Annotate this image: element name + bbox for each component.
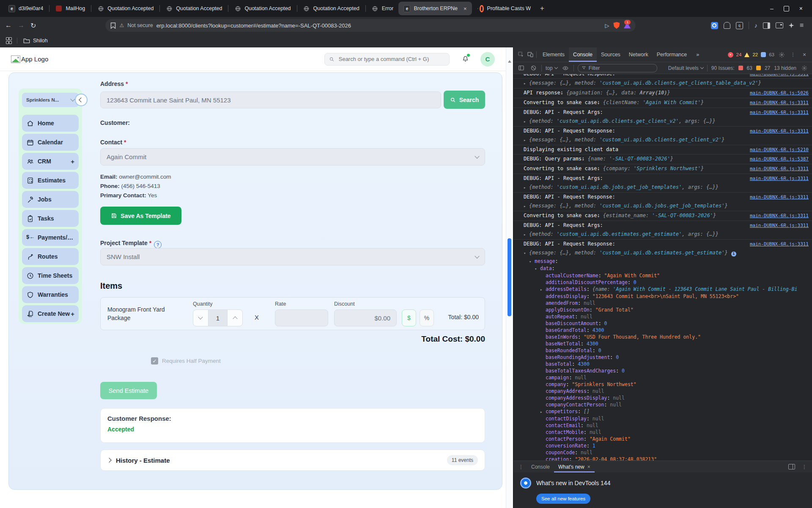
devtools-tab-network[interactable]: Network bbox=[625, 47, 653, 62]
console-filter[interactable]: Filter bbox=[578, 64, 657, 72]
command-search[interactable] bbox=[324, 53, 450, 66]
source-link[interactable]: main-DUBNX-6R.js:3311 bbox=[750, 109, 809, 116]
quantity-decrease-button[interactable] bbox=[193, 310, 208, 326]
expand-triangle-icon[interactable]: ▸ bbox=[524, 137, 529, 144]
search-input[interactable] bbox=[338, 55, 445, 63]
new-tab-button[interactable]: + bbox=[540, 4, 544, 13]
eye-icon[interactable] bbox=[561, 64, 570, 72]
warning-count[interactable]: 22 bbox=[752, 52, 758, 57]
wallet-icon[interactable] bbox=[776, 22, 783, 28]
avatar[interactable]: C bbox=[480, 52, 495, 66]
add-icon[interactable]: + bbox=[71, 310, 74, 318]
scrollbar-thumb[interactable] bbox=[508, 238, 511, 316]
source-link[interactable]: main-DUBNX-6R.js:3311 bbox=[750, 212, 809, 219]
drawer-handle-icon[interactable]: ⋮ bbox=[517, 463, 525, 471]
expand-triangle-icon[interactable]: ▸ bbox=[524, 118, 529, 125]
dock-side-icon[interactable] bbox=[788, 464, 795, 469]
context-selector[interactable]: top bbox=[546, 65, 557, 71]
expand-triangle-icon[interactable]: ▸ bbox=[540, 409, 546, 415]
expand-triangle-icon[interactable]: ▸ bbox=[598, 99, 603, 107]
media-icon[interactable]: ♪ bbox=[754, 22, 757, 29]
source-link[interactable]: main-DUBNX-6R.js:3311 bbox=[750, 240, 809, 248]
device-toolbar-icon[interactable] bbox=[526, 50, 535, 59]
browser-tab[interactable]: Quotation Accepted × bbox=[92, 2, 159, 15]
project-template-select[interactable]: SNW Install bbox=[100, 248, 485, 265]
inspect-element-icon[interactable] bbox=[517, 50, 525, 59]
sidebar-item-crm[interactable]: CRM + bbox=[22, 153, 79, 170]
issues-count[interactable]: 63 bbox=[769, 52, 774, 57]
devtools-tab-console[interactable]: Console bbox=[569, 47, 597, 62]
password-manager-icon[interactable] bbox=[711, 22, 718, 29]
drawer-kebab-icon[interactable]: ⋮ bbox=[800, 463, 809, 471]
source-link[interactable]: main-DUBNX-6R.js:5387 bbox=[750, 155, 809, 163]
sidebar-item-home[interactable]: Home bbox=[22, 115, 79, 132]
kebab-menu-icon[interactable]: ⋮ bbox=[789, 50, 797, 59]
help-icon[interactable]: ? bbox=[154, 241, 162, 248]
devtools-tab-sources[interactable]: Sources bbox=[597, 47, 625, 62]
sidebar-item-jobs[interactable]: Jobs bbox=[22, 191, 79, 208]
source-link[interactable]: main-DUBNX-6R.js:5026 bbox=[750, 89, 809, 97]
extension-icon[interactable] bbox=[724, 22, 730, 29]
reader-mode-icon[interactable]: ▷ bbox=[605, 22, 609, 29]
rate-input[interactable] bbox=[275, 309, 328, 326]
quantity-increase-button[interactable] bbox=[228, 310, 242, 326]
source-link[interactable]: main-DUBNX-6R.js:3311 bbox=[750, 74, 809, 77]
minimize-button[interactable]: – bbox=[770, 5, 774, 12]
history-section[interactable]: History - Estimate 11 events bbox=[100, 450, 485, 471]
drawer-tab-what-s-new[interactable]: What's new × bbox=[554, 461, 595, 472]
leo-ai-icon[interactable] bbox=[789, 23, 794, 28]
source-link[interactable]: main-DUBNX-6R.js:3311 bbox=[750, 127, 809, 135]
sidebar-item-calendar[interactable]: Calendar bbox=[22, 134, 79, 151]
notifications-button[interactable] bbox=[461, 54, 469, 64]
log-levels-selector[interactable]: Default levels bbox=[668, 65, 703, 71]
devtools-tab-elements[interactable]: Elements bbox=[538, 47, 569, 62]
menu-icon[interactable]: ≡ bbox=[800, 22, 804, 29]
see-all-features-button[interactable]: See all new features bbox=[536, 494, 590, 504]
sidebar-item-warranties[interactable]: Warranties bbox=[22, 286, 79, 303]
expand-triangle-icon[interactable]: ▸ bbox=[524, 203, 529, 210]
bookmark-icon[interactable] bbox=[110, 22, 116, 29]
expand-triangle-icon[interactable]: ▸ bbox=[598, 166, 603, 173]
info-icon[interactable]: i bbox=[731, 251, 736, 257]
page-scrollbar[interactable] bbox=[506, 47, 513, 508]
bookmark-folder[interactable]: Shiloh bbox=[23, 38, 48, 44]
expand-triangle-icon[interactable]: ▸ bbox=[540, 286, 546, 293]
sidebar-item-estimates[interactable]: Estimates bbox=[22, 172, 79, 189]
expand-triangle-icon[interactable]: ▸ bbox=[524, 184, 529, 191]
more-tabs-button[interactable]: » bbox=[692, 47, 703, 62]
discount-dollar-button[interactable]: $ bbox=[402, 309, 416, 326]
quantity-value[interactable]: 1 bbox=[208, 310, 228, 326]
drawer-tab-close-icon[interactable]: × bbox=[587, 464, 590, 470]
address-input[interactable] bbox=[100, 91, 441, 108]
scroll-up-arrow-icon[interactable] bbox=[508, 60, 511, 63]
search-extension-icon[interactable]: q bbox=[736, 22, 743, 29]
expand-triangle-icon[interactable]: ▸ bbox=[598, 213, 603, 220]
expand-triangle-icon[interactable]: ▸ bbox=[561, 90, 566, 97]
maximize-button[interactable] bbox=[784, 6, 789, 11]
devtools-tab-performance[interactable]: Performance bbox=[653, 47, 691, 62]
console-sidebar-icon[interactable] bbox=[517, 64, 525, 72]
sidebar-item-routes[interactable]: Routes bbox=[22, 248, 79, 265]
discount-percent-button[interactable]: % bbox=[420, 309, 434, 326]
sidebar-collapse-button[interactable] bbox=[75, 94, 88, 106]
source-link[interactable]: main-DUBNX-6R.js:3311 bbox=[750, 165, 809, 172]
apps-grid-icon[interactable] bbox=[6, 37, 11, 44]
sidebar-item-time-sheets[interactable]: Time Sheets bbox=[22, 267, 79, 284]
expand-triangle-icon[interactable]: ▸ bbox=[524, 231, 529, 238]
clear-console-icon[interactable] bbox=[529, 64, 538, 72]
source-link[interactable]: main-DUBNX-6R.js:5210 bbox=[750, 146, 809, 153]
browser-tab[interactable]: Profitable Casts W × bbox=[472, 2, 536, 15]
close-button[interactable]: × bbox=[799, 5, 803, 12]
expand-triangle-icon[interactable]: ▾ bbox=[529, 258, 535, 265]
brave-shield-icon[interactable] bbox=[613, 22, 620, 29]
expand-triangle-icon[interactable]: ▸ bbox=[582, 156, 588, 163]
sidebar-item-tasks[interactable]: Tasks bbox=[22, 210, 79, 227]
reload-button[interactable]: ↻ bbox=[30, 22, 36, 30]
close-devtools-icon[interactable]: × bbox=[800, 50, 809, 59]
half-payment-checkbox[interactable]: ✓ bbox=[151, 357, 158, 364]
url-bar[interactable]: ⚠ Not secure erp.local:8000/clients?look… bbox=[105, 19, 636, 32]
source-link[interactable]: main-DUBNX-6R.js:3311 bbox=[750, 175, 809, 182]
contact-select[interactable]: Again Commit bbox=[100, 148, 485, 166]
source-link[interactable]: main-DUBNX-6R.js:3311 bbox=[750, 99, 809, 106]
settings-gear-icon[interactable] bbox=[777, 50, 786, 59]
